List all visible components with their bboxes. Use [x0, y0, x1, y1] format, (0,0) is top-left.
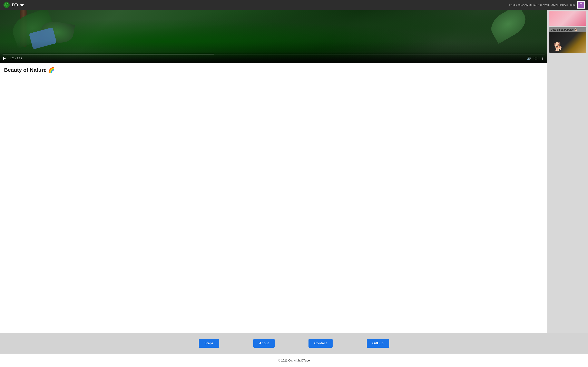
video-player[interactable]: 1:02 / 2:38 🔊 ⛶ ⋮: [0, 10, 547, 63]
sidebar-card-title-label: Cute Shiba Puppies 🐕: [551, 28, 577, 31]
controls-right: 🔊 ⛶ ⋮: [526, 56, 545, 61]
sidebar-thumbnail-shiba: [549, 32, 586, 53]
total-time: 2:38: [17, 57, 22, 60]
wallet-address: 0xA6E2cf9cAe53300aEA9Fd2c0F7972F8B0cA033…: [508, 3, 575, 7]
about-button[interactable]: About: [253, 339, 275, 348]
steps-button[interactable]: Steps: [199, 339, 219, 348]
play-icon: [3, 57, 6, 60]
footer-nav: Steps About Contact GitHub: [0, 333, 588, 354]
more-icon: ⋮: [541, 57, 544, 60]
dtube-logo-icon: [3, 2, 10, 8]
app-title: DTube: [12, 3, 24, 7]
video-title: Beauty of Nature 🌈: [0, 63, 547, 75]
github-button[interactable]: GitHub: [367, 339, 389, 348]
svg-point-2: [7, 3, 8, 4]
progress-bar-fill: [2, 54, 214, 54]
fullscreen-icon: ⛶: [535, 57, 537, 60]
current-time: 1:02: [9, 57, 15, 60]
more-options-button[interactable]: ⋮: [541, 56, 545, 61]
video-controls: 1:02 / 2:38 🔊 ⛶ ⋮: [0, 52, 547, 63]
svg-point-4: [4, 5, 6, 6]
volume-button[interactable]: 🔊: [526, 56, 531, 61]
svg-point-3: [6, 5, 8, 7]
progress-bar[interactable]: [2, 54, 545, 54]
play-button[interactable]: [2, 57, 6, 60]
leaf-decoration-3: [486, 10, 530, 44]
main-content: 1:02 / 2:38 🔊 ⛶ ⋮: [0, 10, 588, 333]
contact-button[interactable]: Contact: [309, 339, 333, 348]
sidebar-thumbnail-pink: [549, 11, 586, 26]
sidebar-card-1: [549, 11, 586, 26]
video-area: 1:02 / 2:38 🔊 ⛶ ⋮: [0, 10, 547, 333]
footer-nav-inner: Steps About Contact GitHub: [182, 339, 406, 348]
avatar[interactable]: T: [577, 1, 585, 8]
sidebar-card-title-shiba: Cute Shiba Puppies 🐕: [549, 27, 586, 32]
copyright-text: © 2021 Copyright DTube: [278, 359, 310, 362]
header-left: DTube: [3, 2, 24, 8]
time-display: 1:02 / 2:38: [9, 57, 22, 60]
svg-point-1: [4, 3, 6, 5]
controls-left: 1:02 / 2:38: [2, 57, 22, 60]
header: DTube 0xA6E2cf9cAe53300aEA9Fd2c0F7972F8B…: [0, 0, 588, 10]
volume-icon: 🔊: [527, 57, 531, 60]
sidebar: Cute Shiba Puppies 🐕: [547, 10, 588, 333]
controls-row: 1:02 / 2:38 🔊 ⛶ ⋮: [2, 56, 545, 61]
fullscreen-button[interactable]: ⛶: [534, 57, 538, 60]
sidebar-card-shiba[interactable]: Cute Shiba Puppies 🐕: [549, 27, 586, 53]
footer-copyright: © 2021 Copyright DTube: [0, 354, 588, 367]
